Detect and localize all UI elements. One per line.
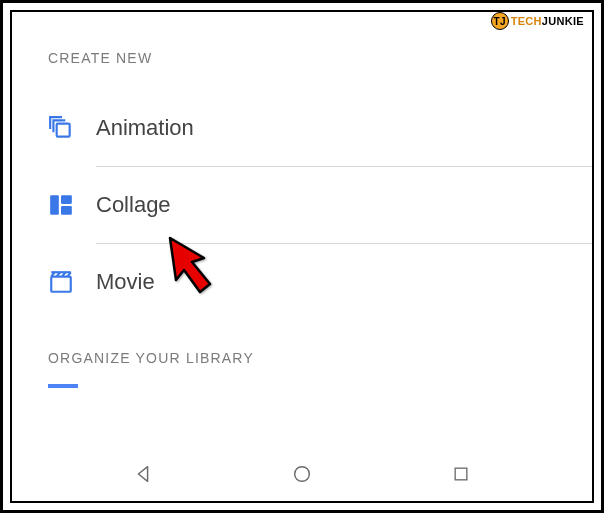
movie-icon [42, 269, 96, 295]
menu-item-collage[interactable]: Collage [42, 167, 592, 243]
app-screen: TJ TECH JUNKIE CREATE NEW [10, 10, 594, 503]
watermark-text-2: JUNKIE [542, 14, 584, 28]
nav-home-button[interactable] [274, 454, 330, 494]
menu-item-label: Collage [96, 192, 171, 218]
create-new-menu: Animation Collage [42, 90, 592, 320]
android-nav-bar [12, 447, 592, 501]
menu-item-movie[interactable]: Movie [42, 244, 592, 320]
section-header-organize: ORGANIZE YOUR LIBRARY [48, 350, 592, 366]
nav-back-button[interactable] [115, 454, 171, 494]
menu-item-label: Animation [96, 115, 194, 141]
svg-rect-6 [455, 468, 467, 480]
menu-item-animation[interactable]: Animation [42, 90, 592, 166]
svg-point-5 [295, 467, 310, 482]
svg-rect-0 [57, 124, 70, 137]
svg-rect-3 [61, 206, 72, 215]
svg-rect-2 [61, 195, 72, 204]
nav-recent-button[interactable] [433, 454, 489, 494]
watermark-logo-icon: TJ [491, 12, 509, 30]
svg-rect-1 [50, 195, 59, 215]
screenshot-frame-gap: TJ TECH JUNKIE CREATE NEW [3, 3, 601, 510]
truncated-item-stub [48, 384, 78, 388]
animation-icon [42, 115, 96, 141]
content-area: CREATE NEW Animation [12, 12, 592, 388]
watermark-badge: TJ TECH JUNKIE [491, 10, 584, 32]
section-header-create-new: CREATE NEW [48, 50, 592, 66]
screenshot-frame-outer: TJ TECH JUNKIE CREATE NEW [0, 0, 604, 513]
menu-item-label: Movie [96, 269, 155, 295]
watermark-text-1: TECH [511, 14, 542, 28]
collage-icon [42, 192, 96, 218]
svg-rect-4 [51, 277, 71, 292]
